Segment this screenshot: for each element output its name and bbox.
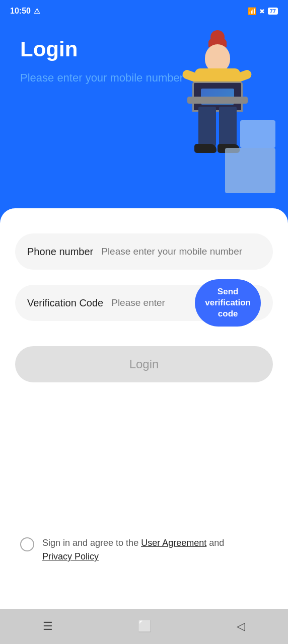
user-agreement-link[interactable]: User Agreement xyxy=(141,538,206,548)
wifi-icon: 📶 xyxy=(248,7,256,15)
warning-icon: ⚠ xyxy=(34,7,40,15)
box-small xyxy=(240,120,275,148)
menu-icon[interactable]: ☰ xyxy=(43,620,53,633)
agreement-radio[interactable] xyxy=(20,537,34,551)
spacer xyxy=(15,397,273,521)
laptop-base xyxy=(187,97,248,104)
status-bar: 10:50 ⚠ 📶 ✖ 77 xyxy=(0,0,288,22)
verification-input[interactable] xyxy=(111,297,187,308)
hero-section: Login Please enter your mobile number xyxy=(0,22,288,223)
verification-input-row: Verification Code Send verification code xyxy=(15,285,273,321)
verification-label: Verification Code xyxy=(27,297,103,309)
agreement-connector: and xyxy=(206,538,224,548)
time-display: 10:50 xyxy=(10,7,31,16)
pants-right xyxy=(219,107,237,147)
battery-close-icon: ✖ xyxy=(259,8,265,15)
phone-input-row: Phone number xyxy=(15,233,273,270)
agreement-section: Sign in and agree to the User Agreement … xyxy=(15,536,273,564)
pants-left xyxy=(198,107,216,147)
box-big xyxy=(225,148,275,193)
shoe-left xyxy=(194,144,217,153)
send-verification-button[interactable]: Send verification code xyxy=(195,279,261,327)
phone-input[interactable] xyxy=(101,246,261,257)
phone-label: Phone number xyxy=(27,246,93,258)
agreement-prefix: Sign in and agree to the xyxy=(42,538,141,548)
battery-indicator: 77 xyxy=(268,8,278,15)
login-button[interactable]: Login xyxy=(15,346,273,382)
form-card: Phone number Verification Code Send veri… xyxy=(0,208,288,629)
back-icon[interactable]: ◁ xyxy=(237,620,245,633)
home-square-icon[interactable]: ⬜ xyxy=(138,620,152,633)
hero-subtitle: Please enter your mobile number xyxy=(20,71,288,85)
bottom-nav-bar: ☰ ⬜ ◁ xyxy=(0,609,288,644)
illustration xyxy=(167,37,278,198)
privacy-policy-link[interactable]: Privacy Policy xyxy=(42,551,99,561)
hero-title: Login xyxy=(20,37,288,61)
agreement-text: Sign in and agree to the User Agreement … xyxy=(42,536,224,564)
